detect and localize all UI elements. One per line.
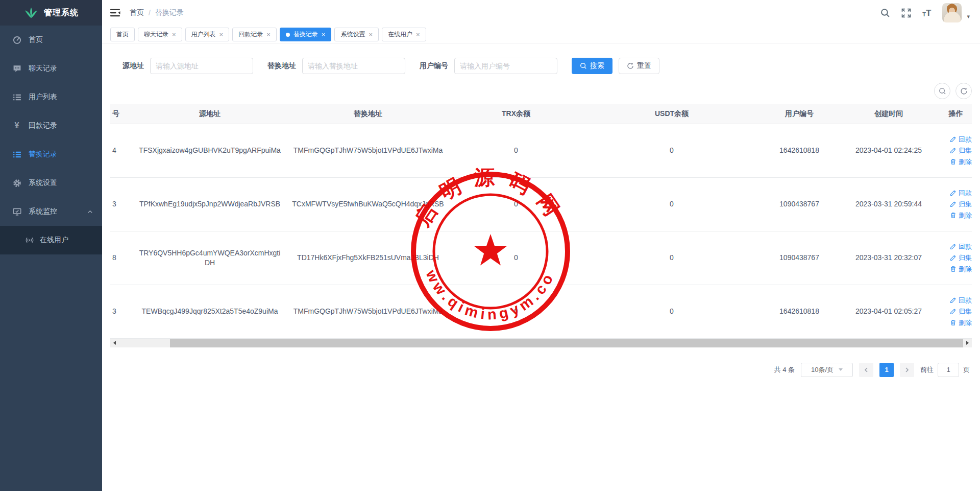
app-title: 管理系统	[44, 8, 79, 18]
trash-icon	[950, 266, 957, 272]
breadcrumb: 首页 / 替换记录	[130, 8, 184, 17]
caret-down-icon[interactable]: ▾	[967, 13, 970, 20]
cell-source-address: TFSXjgxaizow4gGUBHVK2uT9pgARFpuiMa	[133, 124, 286, 177]
cell-id: 8	[110, 231, 133, 285]
signal-icon	[26, 236, 34, 244]
edit-icon	[950, 147, 957, 154]
sidebar-item-online-users[interactable]: 在线用户	[0, 226, 102, 254]
sidebar-item-label: 用户列表	[29, 92, 57, 102]
scroll-left-arrow-icon[interactable]	[110, 339, 119, 347]
search-form: 源地址 替换地址 用户编号 搜索 重置	[122, 58, 972, 74]
next-page-button[interactable]	[900, 363, 914, 377]
collect-link[interactable]: 归集	[945, 199, 972, 210]
cell-created-time: 2023-03-31 20:32:07	[838, 231, 940, 285]
navbar-right: TT ▾	[880, 3, 970, 22]
tab-home[interactable]: 首页	[110, 28, 135, 41]
search-button[interactable]: 搜索	[572, 58, 612, 74]
search-icon	[580, 62, 587, 69]
scrollbar-thumb[interactable]	[170, 339, 963, 347]
close-icon[interactable]: ×	[172, 31, 176, 38]
sidebar-item-repayment-records[interactable]: ¥ 回款记录	[0, 111, 102, 140]
cell-user-number: 1090438767	[761, 231, 838, 285]
delete-link[interactable]: 删除	[945, 156, 972, 168]
sidebar-item-chat-records[interactable]: 聊天记录	[0, 54, 102, 83]
repay-link[interactable]: 回款	[945, 241, 972, 252]
page-number-button[interactable]: 1	[879, 363, 894, 377]
tab-replace-records[interactable]: 替换记录 ×	[280, 28, 332, 41]
sidebar: 管理系统 首页 聊天记录 用户列表	[0, 0, 102, 491]
repay-link[interactable]: 回款	[945, 295, 972, 306]
table-row: 3 TEWBqcgJ499Jqqr825Xt2a5T5e4oZ9uiMa TMF…	[110, 285, 972, 338]
trash-icon	[950, 158, 957, 165]
cell-replace-address: TD17Hk6XFjxFhg5XkFB251sUVmaJBL3iDH	[286, 231, 450, 285]
cell-source-address: TEWBqcgJ499Jqqr825Xt2a5T5e4oZ9uiMa	[133, 285, 286, 338]
refresh-icon	[627, 62, 634, 69]
header-created-time: 创建时间	[838, 104, 940, 124]
close-icon[interactable]: ×	[266, 31, 271, 38]
source-address-label: 源地址	[122, 61, 144, 71]
monitor-icon	[12, 207, 21, 216]
sidebar-fold-icon[interactable]	[110, 8, 120, 17]
cell-source-address: TRY6QV5HH6pGc4umYWQEA3orXcmHxgtiDH	[133, 231, 286, 285]
tab-online-users[interactable]: 在线用户 ×	[382, 28, 426, 41]
breadcrumb-home[interactable]: 首页	[130, 8, 144, 17]
collect-link[interactable]: 归集	[945, 252, 972, 264]
prev-page-button[interactable]	[859, 363, 873, 377]
goto-page-input[interactable]	[938, 363, 959, 377]
cell-trx-balance: 0	[450, 124, 582, 177]
close-icon[interactable]: ×	[322, 31, 326, 38]
user-number-input[interactable]	[454, 58, 557, 74]
search-icon[interactable]	[880, 8, 890, 18]
cell-actions: 回款 归集 删除	[940, 285, 972, 338]
sidebar-item-system-monitor[interactable]: 系统监控	[0, 197, 102, 226]
header-replace-address: 替换地址	[286, 104, 450, 124]
page-size-value: 10条/页	[811, 365, 834, 375]
tab-repayment-records[interactable]: 回款记录 ×	[232, 28, 277, 41]
cell-replace-address: TCxMFWTVsyE5fwhBuKWaQ5cQH4dqxJgRSB	[286, 177, 450, 231]
repay-link[interactable]: 回款	[945, 188, 972, 199]
replace-address-input[interactable]	[302, 58, 405, 74]
fullscreen-icon[interactable]	[901, 8, 911, 18]
delete-link[interactable]: 删除	[945, 210, 972, 221]
delete-link[interactable]: 删除	[945, 264, 972, 275]
tab-label: 回款记录	[238, 30, 263, 39]
close-icon[interactable]: ×	[219, 31, 224, 38]
table-row: 3 TPfKxwhEg19udjx5pJnp2WWdjeaRbJVRSB TCx…	[110, 177, 972, 231]
header-source-address: 源地址	[133, 104, 286, 124]
refresh-table-button[interactable]	[955, 83, 972, 99]
scrollbar-track[interactable]	[119, 339, 963, 347]
horizontal-scrollbar[interactable]	[110, 339, 972, 347]
close-icon[interactable]: ×	[416, 31, 420, 38]
table-row: 4 TFSXjgxaizow4gGUBHVK2uT9pgARFpuiMa TMF…	[110, 124, 972, 177]
delete-link[interactable]: 删除	[945, 317, 972, 329]
sidebar-item-system-settings[interactable]: 系统设置	[0, 169, 102, 197]
total-count: 共 4 条	[774, 365, 795, 375]
repay-link[interactable]: 回款	[945, 134, 972, 145]
avatar[interactable]	[942, 3, 962, 22]
gear-icon	[12, 178, 21, 188]
tab-chat-records[interactable]: 聊天记录 ×	[138, 28, 182, 41]
table-header-row: 号 源地址 替换地址 TRX余额 USDT余额 用户编号 创建时间 操作	[110, 104, 972, 124]
tab-user-list[interactable]: 用户列表 ×	[185, 28, 230, 41]
scroll-right-arrow-icon[interactable]	[963, 339, 972, 347]
sidebar-item-replace-records[interactable]: 替换记录	[0, 140, 102, 169]
toggle-search-button[interactable]	[934, 83, 950, 99]
chevron-right-icon	[904, 367, 910, 373]
collect-link[interactable]: 归集	[945, 306, 972, 317]
edit-icon	[950, 243, 957, 250]
page-size-select[interactable]: 10条/页	[801, 363, 853, 377]
tab-system-settings[interactable]: 系统设置 ×	[334, 28, 379, 41]
font-size-icon[interactable]: TT	[922, 9, 931, 17]
header-user-number: 用户编号	[761, 104, 838, 124]
cell-id: 3	[110, 285, 133, 338]
close-icon[interactable]: ×	[369, 31, 373, 38]
cell-created-time: 2023-03-31 20:59:44	[838, 177, 940, 231]
collect-link[interactable]: 归集	[945, 145, 972, 156]
cell-usdt-balance: 0	[582, 231, 761, 285]
sidebar-item-user-list[interactable]: 用户列表	[0, 83, 102, 111]
reset-button[interactable]: 重置	[619, 58, 659, 74]
tab-label: 聊天记录	[144, 30, 168, 39]
source-address-input[interactable]	[150, 58, 253, 74]
sidebar-item-home[interactable]: 首页	[0, 26, 102, 54]
chat-icon	[12, 64, 21, 73]
